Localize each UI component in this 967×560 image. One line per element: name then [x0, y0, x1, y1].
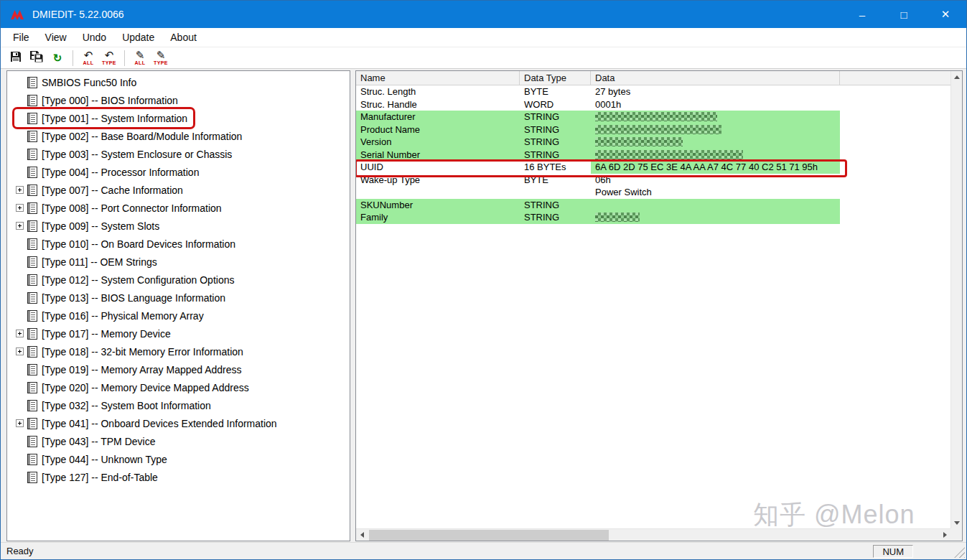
column-header-datatype[interactable]: Data Type [520, 71, 591, 85]
expand-icon[interactable] [16, 222, 24, 230]
tree-item[interactable]: [Type 000] -- BIOS Information [14, 91, 184, 109]
vertical-scrollbar[interactable] [950, 71, 962, 528]
tree-item[interactable]: [Type 020] -- Memory Device Mapped Addre… [14, 378, 255, 396]
tree-item[interactable]: [Type 043] -- TPM Device [14, 432, 161, 450]
table-row[interactable]: Version STRING [356, 136, 950, 149]
hscroll-track[interactable] [368, 529, 939, 541]
smbios-type-icon [27, 364, 37, 375]
cell-filler [840, 174, 950, 187]
cell-data: 6A 6D 2D 75 EC 3E 4A AA A7 4C 77 40 C2 5… [591, 161, 840, 174]
resize-grip[interactable] [954, 547, 965, 558]
tree-item[interactable]: [Type 008] -- Port Connector Information [14, 199, 228, 217]
menu-file[interactable]: File [5, 32, 37, 43]
close-button[interactable]: ✕ [925, 1, 966, 28]
table-row[interactable]: Power Switch [356, 186, 950, 199]
tree-item[interactable]: [Type 010] -- On Board Devices Informati… [14, 235, 241, 253]
tree-item-label: [Type 012] -- System Configuration Optio… [42, 274, 234, 286]
cell-filler [840, 98, 950, 111]
menu-view[interactable]: View [37, 32, 75, 43]
cell-data [591, 136, 840, 149]
tree-item[interactable]: [Type 003] -- System Enclosure or Chassi… [14, 145, 238, 163]
refresh-button[interactable]: ↻ [48, 48, 67, 67]
expand-icon[interactable] [16, 347, 24, 355]
smbios-type-icon [27, 274, 37, 286]
column-header-data[interactable]: Data [591, 71, 840, 85]
cell-data: 06h [591, 174, 840, 187]
tree-item[interactable]: [Type 007] -- Cache Information [14, 181, 189, 199]
table-row[interactable]: Struc. Handle WORD 0001h [356, 98, 950, 111]
smbios-type-icon [27, 238, 37, 250]
expand-icon[interactable] [16, 330, 24, 337]
undo-type-button[interactable]: ↶ TYPE [100, 48, 118, 67]
menu-about[interactable]: About [162, 32, 205, 43]
update-all-button[interactable]: ✎ ALL [131, 48, 149, 67]
table-row[interactable]: SKUNumber STRING [356, 199, 950, 212]
cell-filler [840, 85, 950, 98]
redacted-data [595, 137, 683, 146]
tree-item[interactable]: [Type 041] -- Onboard Devices Extended I… [14, 414, 283, 432]
maximize-button[interactable]: □ [883, 1, 925, 28]
tree-item[interactable]: [Type 002] -- Base Board/Module Informat… [14, 127, 248, 145]
cell-datatype: 16 BYTEs [520, 161, 591, 174]
cell-datatype: STRING [520, 136, 591, 149]
cell-name: Struc. Handle [356, 98, 520, 111]
cell-data: 27 bytes [591, 85, 840, 98]
horizontal-scrollbar[interactable] [356, 528, 950, 541]
table-row[interactable]: Manufacturer STRING [356, 111, 950, 123]
tree-item[interactable]: [Type 019] -- Memory Array Mapped Addres… [14, 360, 248, 378]
save-button[interactable] [6, 48, 25, 67]
tree-item-label: [Type 043] -- TPM Device [42, 436, 155, 447]
tree-item[interactable]: [Type 012] -- System Configuration Optio… [14, 271, 240, 289]
scroll-down-arrow[interactable] [951, 517, 963, 528]
cell-name: SKUNumber [356, 199, 520, 212]
cell-name: Family [356, 211, 520, 224]
hscroll-thumb[interactable] [369, 530, 609, 541]
tree-item[interactable]: [Type 011] -- OEM Strings [14, 253, 163, 271]
undo-all-button[interactable]: ↶ ALL [79, 48, 98, 67]
minimize-button[interactable]: – [841, 1, 883, 28]
tree-item[interactable]: [Type 018] -- 32-bit Memory Error Inform… [14, 342, 249, 360]
scroll-up-arrow[interactable] [951, 71, 963, 83]
cell-filler [840, 111, 950, 123]
tree-item[interactable]: [Type 032] -- System Boot Information [14, 396, 217, 414]
window-title: DMIEDIT- 5.22.0066 [32, 9, 124, 20]
save-all-button[interactable] [27, 48, 46, 67]
table-row[interactable]: Struc. Length BYTE 27 bytes [356, 85, 950, 98]
tree-root-item[interactable]: SMBIOS Func50 Info [14, 73, 142, 91]
tree-item[interactable]: [Type 044] -- Unknown Type [14, 450, 173, 468]
smbios-type-icon [27, 328, 37, 340]
tree-item-label: [Type 044] -- Unknown Type [42, 454, 167, 465]
tree-item[interactable]: [Type 016] -- Physical Memory Array [14, 307, 210, 325]
smbios-tree-panel: SMBIOS Func50 Info [Type 000] -- BIOS In… [6, 70, 350, 541]
table-row[interactable]: Product Name STRING [356, 123, 950, 136]
smbios-type-icon [27, 382, 37, 393]
tree-item-label: [Type 032] -- System Boot Information [42, 400, 211, 411]
table-row[interactable]: Serial Number STRING [356, 149, 950, 162]
tree-item[interactable]: [Type 017] -- Memory Device [14, 325, 177, 342]
table-row[interactable]: UUID 16 BYTEs 6A 6D 2D 75 EC 3E 4A AA A7… [356, 161, 950, 174]
smbios-type-icon [27, 256, 37, 268]
tree-item-label: [Type 011] -- OEM Strings [42, 256, 157, 268]
menu-undo[interactable]: Undo [75, 32, 114, 43]
menu-update[interactable]: Update [114, 32, 162, 43]
scroll-right-arrow[interactable] [939, 529, 950, 541]
table-row[interactable]: Family STRING [356, 211, 950, 224]
column-header-name[interactable]: Name [356, 71, 520, 85]
floppy-icon [9, 50, 22, 66]
table-row[interactable]: Wake-up Type BYTE 06h [356, 174, 950, 187]
tree-item[interactable]: [Type 013] -- BIOS Language Information [14, 289, 231, 307]
expand-icon[interactable] [16, 204, 24, 212]
cell-data [591, 123, 840, 136]
cell-data: 0001h [591, 98, 840, 111]
tree-item[interactable]: [Type 004] -- Processor Information [14, 163, 205, 181]
update-type-button[interactable]: ✎ TYPE [151, 48, 170, 67]
scroll-left-arrow[interactable] [356, 529, 368, 541]
expand-icon[interactable] [16, 419, 24, 427]
floppy-multi-icon [29, 50, 44, 66]
tree-item[interactable]: [Type 127] -- End-of-Table [14, 468, 164, 486]
expand-icon[interactable] [16, 186, 24, 194]
tree-item[interactable]: [Type 009] -- System Slots [14, 217, 165, 235]
tree-item[interactable]: [Type 001] -- System Information [14, 109, 193, 127]
statusbar: Ready NUM [1, 542, 966, 559]
redacted-data [595, 125, 721, 134]
